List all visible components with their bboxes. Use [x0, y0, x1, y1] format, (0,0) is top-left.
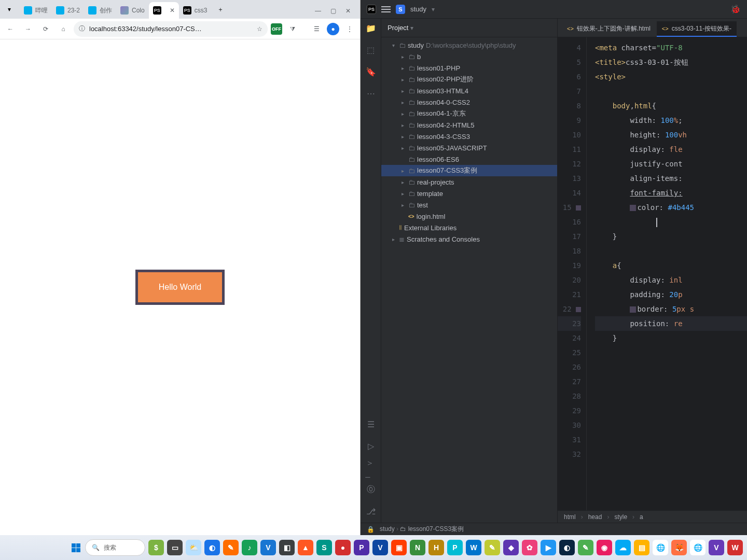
tree-row[interactable]: ▸🗀 lesson03-HTML4	[381, 85, 557, 96]
tree-row[interactable]: ▸🗀 b	[381, 51, 557, 62]
browser-tab[interactable]: PS✕	[149, 2, 179, 19]
browser-tab[interactable]: 创作	[84, 2, 116, 19]
more-tool-icon[interactable]: ⋯	[366, 88, 376, 99]
breadcrumb-item[interactable]: a	[640, 513, 643, 521]
tab-close-icon[interactable]: ✕	[170, 7, 175, 14]
taskbar-app-icon[interactable]: ▭	[167, 540, 183, 555]
maximize-button[interactable]: ▢	[330, 7, 336, 15]
taskbar-app-icon[interactable]: $	[148, 540, 164, 555]
bookmarks-tool-icon[interactable]: 🔖	[366, 66, 376, 77]
taskbar-app-icon[interactable]: ◧	[279, 540, 295, 555]
status-path: study › 🗀 lesson07-CSS3案例	[380, 525, 464, 534]
taskbar-app-icon[interactable]: ⛅	[186, 540, 201, 555]
reading-list-button[interactable]: ☰	[309, 22, 324, 36]
project-name[interactable]: study	[410, 5, 426, 13]
taskbar-app-icon[interactable]: P	[447, 540, 463, 555]
tree-row[interactable]: ▸🗀 lesson04-0-CSS2	[381, 96, 557, 108]
taskbar-app-icon[interactable]: 🦊	[671, 540, 687, 555]
forward-button[interactable]: →	[21, 22, 35, 36]
extensions-button[interactable]: ⧩	[285, 22, 300, 36]
editor-breadcrumb[interactable]: html›head›style›a	[558, 510, 747, 523]
browser-tab[interactable]: 哔哩	[20, 2, 52, 19]
project-tool-icon[interactable]: 📁	[366, 23, 376, 33]
tree-row[interactable]: ⫴ External Libraries	[381, 222, 557, 233]
back-button[interactable]: ←	[3, 22, 18, 36]
extension-icon[interactable]: OFF	[271, 23, 282, 35]
taskbar-app-icon[interactable]: ▲	[298, 540, 313, 555]
tree-row[interactable]: 🗀 lesson06-ES6	[381, 153, 557, 165]
taskbar-app-icon[interactable]: ✎	[223, 540, 239, 555]
taskbar-app-icon[interactable]: ◆	[503, 540, 519, 555]
profile-button[interactable]: ●	[327, 23, 339, 35]
taskbar-app-icon[interactable]: ◐	[559, 540, 575, 555]
close-window-button[interactable]: ✕	[345, 7, 351, 15]
tree-row[interactable]: ▸🗀 template	[381, 188, 557, 199]
breadcrumb-item[interactable]: head	[588, 513, 602, 521]
tree-row[interactable]: <> login.html	[381, 211, 557, 222]
taskbar-app-icon[interactable]: ▶	[541, 540, 556, 555]
breadcrumb-item[interactable]: html	[564, 513, 576, 521]
browser-tab[interactable]: PScss3	[179, 2, 212, 19]
structure-tool-icon[interactable]: ⬚	[366, 45, 376, 55]
run-tool-icon[interactable]: ▷	[366, 441, 376, 451]
tree-row[interactable]: ▸🗀 test	[381, 199, 557, 211]
editor-tab[interactable]: <>钮效果-上下圆角-讲解.html	[562, 21, 656, 37]
new-tab-button[interactable]: ＋	[213, 2, 228, 17]
taskbar-app-icon[interactable]: ●	[335, 540, 351, 555]
todo-tool-icon[interactable]: ☰	[366, 419, 376, 429]
tree-row[interactable]: ▸🗀 lesson07-CSS3案例	[381, 165, 557, 176]
debug-icon[interactable]: 🐞	[730, 4, 741, 14]
tree-row[interactable]: ▸🗀 lesson04-2-HTML5	[381, 119, 557, 131]
editor-tab[interactable]: <>css3-03-11-按钮效果-	[657, 21, 737, 37]
taskbar-app-icon[interactable]: 🌐	[690, 540, 706, 555]
vcs-tool-icon[interactable]: ⎇	[366, 506, 376, 516]
tabs-dropdown-button[interactable]: ▾	[2, 2, 17, 17]
tree-row[interactable]: ▾🗀 study D:\workspace\study\php\study	[381, 39, 557, 51]
bookmark-star-icon[interactable]: ☆	[257, 25, 262, 33]
taskbar-app-icon[interactable]: W	[466, 540, 481, 555]
taskbar-app-icon[interactable]: ▣	[391, 540, 407, 555]
tree-row[interactable]: ▸🗀 real-projects	[381, 176, 557, 188]
start-button[interactable]	[70, 539, 82, 556]
taskbar-app-icon[interactable]: ◐	[204, 540, 220, 555]
browser-tab[interactable]: 23-2	[52, 2, 84, 19]
home-button[interactable]: ⌂	[56, 22, 71, 36]
breadcrumb-item[interactable]: style	[614, 513, 627, 521]
taskbar-app-icon[interactable]: V	[709, 540, 724, 555]
tree-row[interactable]: ▸≣ Scratches and Consoles	[381, 233, 557, 245]
main-menu-button[interactable]	[381, 6, 391, 12]
site-info-icon[interactable]: ⓘ	[79, 24, 85, 33]
address-bar[interactable]: ⓘ localhost:63342/study/lesson07-CS… ☆	[74, 21, 268, 37]
browser-menu-button[interactable]: ⋮	[342, 22, 357, 36]
taskbar-app-icon[interactable]: ✿	[522, 540, 537, 555]
taskbar-app-icon[interactable]: H	[428, 540, 444, 555]
tree-row[interactable]: ▸🗀 lesson04-1-京东	[381, 108, 557, 119]
code-editor[interactable]: 456789101112131415 16171819202122 232425…	[558, 37, 747, 510]
tree-row[interactable]: ▸🗀 lesson04-3-CSS3	[381, 131, 557, 142]
taskbar-app-icon[interactable]: ♪	[242, 540, 257, 555]
taskbar-app-icon[interactable]: ✎	[485, 540, 500, 555]
terminal-tool-icon[interactable]: ＞_	[366, 463, 376, 473]
code-content[interactable]: <meta charset="UTF-8<title>css3-03-01-按钮…	[587, 37, 747, 510]
tree-row[interactable]: ▸🗀 lesson02-PHP进阶	[381, 74, 557, 85]
hello-world-button[interactable]: Hello World	[135, 270, 225, 305]
taskbar-app-icon[interactable]: S	[316, 540, 332, 555]
taskbar-app-icon[interactable]: ☁	[615, 540, 631, 555]
browser-tab[interactable]: Colo	[116, 2, 149, 19]
taskbar-app-icon[interactable]: V	[260, 540, 276, 555]
problems-tool-icon[interactable]: ⓪	[366, 484, 376, 495]
taskbar-app-icon[interactable]: N	[410, 540, 425, 555]
taskbar-app-icon[interactable]: ✎	[578, 540, 593, 555]
taskbar-app-icon[interactable]: 🌐	[653, 540, 668, 555]
tree-row[interactable]: ▸🗀 lesson01-PHP	[381, 62, 557, 74]
project-tree[interactable]: ▾🗀 study D:\workspace\study\php\study▸🗀 …	[381, 37, 557, 523]
taskbar-app-icon[interactable]: P	[354, 540, 369, 555]
taskbar-app-icon[interactable]: V	[372, 540, 388, 555]
minimize-button[interactable]: —	[315, 7, 321, 15]
taskbar-app-icon[interactable]: W	[727, 540, 743, 555]
tree-row[interactable]: ▸🗀 lesson05-JAVASCRIPT	[381, 142, 557, 153]
taskbar-app-icon[interactable]: ▤	[634, 540, 649, 555]
taskbar-search[interactable]: 🔍 搜索	[85, 539, 145, 556]
taskbar-app-icon[interactable]: ◉	[597, 540, 612, 555]
reload-button[interactable]: ⟳	[38, 22, 53, 36]
